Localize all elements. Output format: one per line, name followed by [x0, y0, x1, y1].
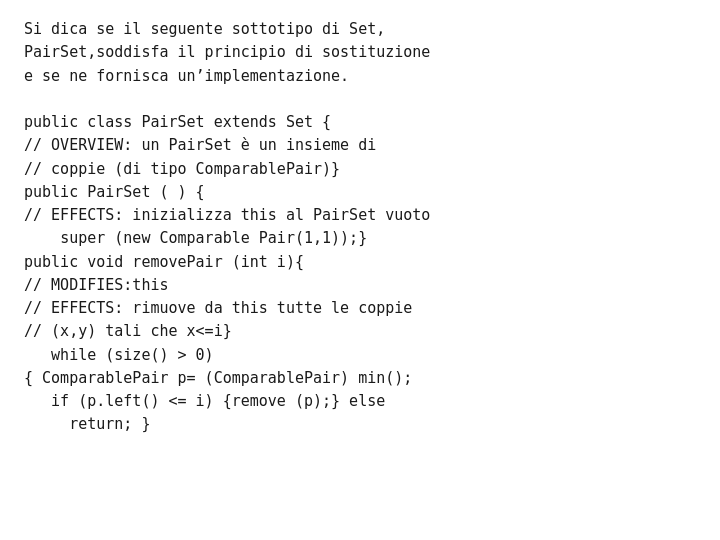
code-text: Si dica se il seguente sottotipo di Set,…	[24, 18, 696, 437]
main-content: Si dica se il seguente sottotipo di Set,…	[0, 0, 720, 455]
